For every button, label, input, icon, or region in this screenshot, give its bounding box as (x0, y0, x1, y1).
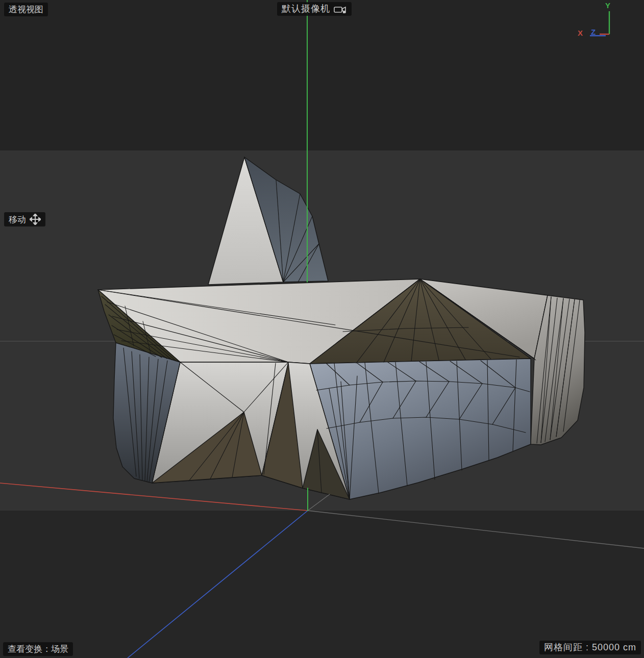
gizmo-y-label: Y (605, 2, 610, 9)
gizmo-z-label: Z (591, 28, 596, 36)
gizmo-x-label: X (578, 29, 583, 37)
view-transform-label: 查看变换：场景 (8, 644, 68, 654)
viewport-3d[interactable]: 透视视图 默认摄像机 移动 查看变换：场景 网格间距 : 50000 (0, 0, 644, 658)
camera-badge[interactable]: 默认摄像机 (277, 2, 352, 16)
move-icon (30, 214, 41, 225)
grid-spacing-label: 网格间距 : 50000 cm (544, 642, 636, 653)
view-label: 透视视图 (9, 4, 43, 15)
camera-label: 默认摄像机 (282, 4, 330, 14)
move-tool-badge[interactable]: 移动 (4, 212, 45, 226)
view-label-badge[interactable]: 透视视图 (4, 3, 48, 16)
move-tool-label: 移动 (9, 214, 26, 225)
grid-spacing-badge: 网格间距 : 50000 cm (539, 641, 641, 654)
scene-canvas (0, 0, 644, 658)
view-transform-badge: 查看变换：场景 (3, 642, 73, 656)
camera-icon[interactable] (334, 4, 347, 14)
